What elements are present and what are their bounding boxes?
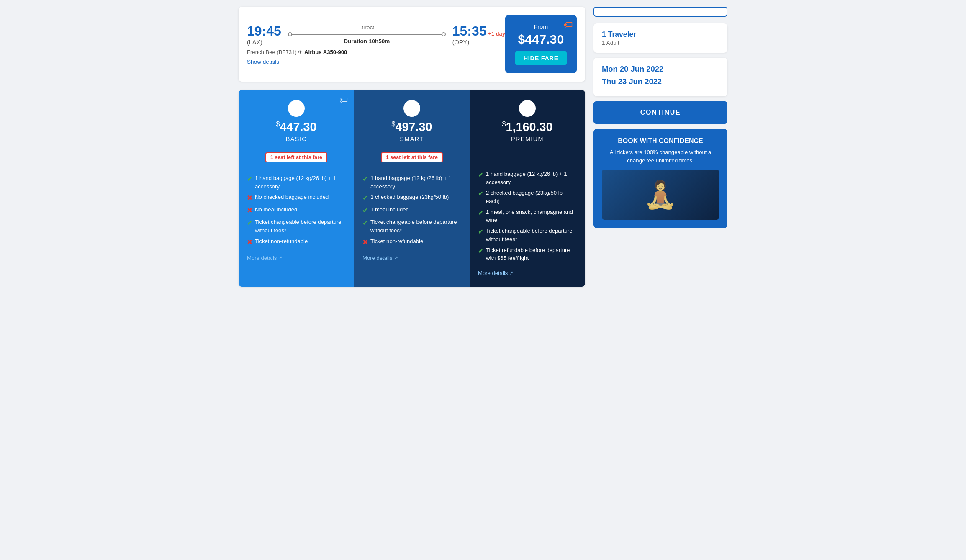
fare-card-premium[interactable]: $1,160.30 PREMIUM ✔1 hand baggage (12 kg… — [470, 90, 585, 287]
cross-icon: ✖ — [362, 237, 368, 247]
basic-feature-5: ✖Ticket non-refundable — [247, 237, 346, 247]
check-icon: ✔ — [362, 174, 368, 184]
check-icon: ✔ — [478, 246, 483, 256]
price-box: 🏷 From $447.30 HIDE FARE — [505, 15, 577, 73]
check-icon: ✔ — [478, 208, 483, 218]
smart-more-details-link[interactable]: More details ↗ — [362, 255, 398, 261]
check-icon: ✔ — [247, 174, 252, 184]
show-details-link[interactable]: Show details — [247, 59, 279, 65]
premium-name: PREMIUM — [478, 136, 577, 142]
arrival-time: 15:35+1 day — [452, 23, 505, 39]
smart-features-list: ✔1 hand baggage (12 kg/26 lb) + 1 access… — [362, 174, 461, 247]
cross-icon: ✖ — [247, 193, 252, 203]
confidence-title: BOOK WITH CONFIDENCE — [602, 137, 719, 145]
basic-feature-1: ✔1 hand baggage (12 kg/26 lb) + 1 access… — [247, 174, 346, 190]
smart-feature-5: ✖Ticket non-refundable — [362, 237, 461, 247]
cross-icon: ✖ — [247, 237, 252, 247]
basic-feature-2: ✖No checked baggage included — [247, 193, 346, 203]
plus-day: +1 day — [488, 31, 505, 37]
fare-cards-container: 🏷 $447.30 BASIC 1 seat left at this fare… — [239, 90, 585, 287]
arrival-block: 15:35+1 day (ORY) — [452, 23, 505, 46]
confidence-text: All tickets are 100% changeable without … — [602, 148, 719, 164]
smart-price: $497.30 — [362, 120, 461, 134]
confidence-image: 🧘 — [602, 170, 719, 220]
fare-card-basic[interactable]: 🏷 $447.30 BASIC 1 seat left at this fare… — [239, 90, 354, 287]
premium-price: $1,160.30 — [478, 120, 577, 134]
smart-name: SMART — [362, 136, 461, 142]
basic-name: BASIC — [247, 136, 346, 142]
basic-more-details-link[interactable]: More details ↗ — [247, 255, 283, 261]
check-icon: ✔ — [478, 227, 483, 237]
basic-header: $447.30 BASIC — [247, 100, 346, 149]
date-return: Thu 23 Jun 2022 — [602, 77, 719, 86]
check-icon: ✔ — [362, 193, 368, 203]
basic-feature-4: ✔Ticket changeable before departure with… — [247, 218, 346, 234]
route-line-wrap: Direct Duration 10h50m — [288, 24, 446, 44]
check-icon: ✔ — [478, 189, 483, 199]
route-dot-right — [442, 32, 446, 36]
basic-seat-badge: 1 seat left at this fare — [265, 152, 327, 162]
premium-feature-1: ✔1 hand baggage (12 kg/26 lb) + 1 access… — [478, 170, 577, 186]
route-dot-left — [288, 32, 292, 36]
departure-time: 19:45 — [247, 23, 281, 39]
fare-card-smart[interactable]: $497.30 SMART 1 seat left at this fare ✔… — [354, 90, 470, 287]
aircraft-type: Airbus A350-900 — [304, 49, 347, 55]
premium-more-details-link[interactable]: More details ↗ — [478, 270, 514, 276]
continue-button[interactable]: CONTINUE — [593, 101, 727, 124]
external-link-icon: ↗ — [278, 255, 283, 261]
basic-feature-3: ✖No meal included — [247, 206, 346, 216]
meditating-icon: 🧘 — [644, 179, 677, 211]
duration-label: Duration 10h50m — [344, 38, 390, 44]
smart-seat-badge: 1 seat left at this fare — [381, 152, 443, 162]
basic-features-list: ✔1 hand baggage (12 kg/26 lb) + 1 access… — [247, 174, 346, 247]
smart-feature-2: ✔1 checked baggage (23kg/50 lb) — [362, 193, 461, 203]
smart-header: $497.30 SMART — [362, 100, 461, 149]
hide-fare-button[interactable]: HIDE FARE — [515, 51, 567, 65]
departure-block: 19:45 (LAX) — [247, 23, 281, 46]
traveler-sub: 1 Adult — [602, 40, 719, 46]
premium-feature-3: ✔1 meal, one snack, champagne and wine — [478, 208, 577, 224]
traveler-label: 1 Traveler — [602, 30, 719, 39]
premium-circle — [519, 100, 536, 117]
check-icon: ✔ — [478, 170, 483, 180]
date-outbound: Mon 20 Jun 2022 — [602, 64, 719, 74]
route-line — [288, 32, 446, 36]
basic-circle — [288, 100, 305, 117]
smart-feature-4: ✔Ticket changeable before departure with… — [362, 218, 461, 234]
date-section: Mon 20 Jun 2022 Thu 23 Jun 2022 — [593, 58, 727, 96]
check-icon: ✔ — [362, 206, 368, 216]
smart-circle — [403, 100, 420, 117]
sidebar-search-box — [593, 7, 727, 17]
smart-feature-3: ✔1 meal included — [362, 206, 461, 216]
external-link-icon: ↗ — [394, 255, 398, 261]
traveler-section: 1 Traveler 1 Adult — [593, 23, 727, 53]
flight-info: 19:45 (LAX) Direct Duration 10h50m — [247, 23, 505, 65]
cross-icon: ✖ — [247, 206, 252, 216]
flight-header-card: 19:45 (LAX) Direct Duration 10h50m — [239, 7, 585, 82]
price-tag-icon: 🏷 — [563, 19, 573, 31]
basic-price: $447.30 — [247, 120, 346, 134]
airline-name: French Bee (BF731) — [247, 49, 297, 55]
main-price: $447.30 — [515, 32, 567, 46]
confidence-box: BOOK WITH CONFIDENCE All tickets are 100… — [593, 129, 727, 228]
sidebar: 1 Traveler 1 Adult Mon 20 Jun 2022 Thu 2… — [593, 7, 727, 287]
basic-tag-icon: 🏷 — [339, 95, 348, 105]
premium-features-list: ✔1 hand baggage (12 kg/26 lb) + 1 access… — [478, 170, 577, 262]
flight-times: 19:45 (LAX) Direct Duration 10h50m — [247, 23, 505, 46]
arrival-airport: (ORY) — [452, 39, 505, 46]
from-label: From — [515, 23, 567, 30]
check-icon: ✔ — [247, 218, 252, 228]
premium-feature-2: ✔2 checked baggage (23kg/50 lb each) — [478, 189, 577, 205]
smart-feature-1: ✔1 hand baggage (12 kg/26 lb) + 1 access… — [362, 174, 461, 190]
external-link-icon: ↗ — [509, 270, 514, 276]
premium-header: $1,160.30 PREMIUM — [478, 100, 577, 149]
departure-airport: (LAX) — [247, 39, 281, 46]
check-icon: ✔ — [362, 218, 368, 228]
route-type: Direct — [360, 24, 375, 31]
main-content: 19:45 (LAX) Direct Duration 10h50m — [239, 7, 585, 287]
premium-feature-4: ✔Ticket changeable before departure with… — [478, 227, 577, 243]
airline-info: French Bee (BF731) ✈ Airbus A350-900 — [247, 49, 505, 55]
route-line-segment — [292, 34, 442, 35]
premium-feature-5: ✔Ticket refundable before departure with… — [478, 246, 577, 262]
